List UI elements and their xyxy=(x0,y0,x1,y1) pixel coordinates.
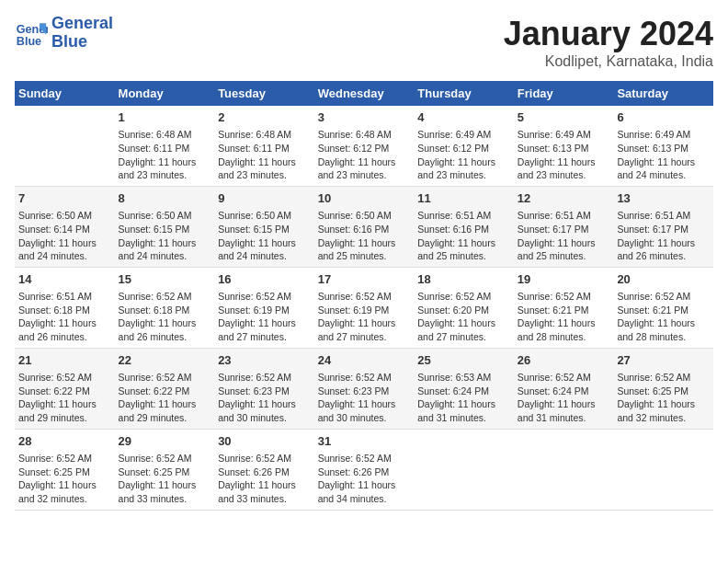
day-number: 13 xyxy=(617,190,710,207)
calendar-cell xyxy=(15,106,115,186)
calendar-cell: 8Sunrise: 6:50 AMSunset: 6:15 PMDaylight… xyxy=(115,186,215,267)
calendar-cell: 27Sunrise: 6:52 AMSunset: 6:25 PMDayligh… xyxy=(613,348,713,429)
day-number: 6 xyxy=(617,109,710,126)
cell-detail: Sunrise: 6:52 AMSunset: 6:24 PMDaylight:… xyxy=(518,371,610,425)
calendar-cell: 4Sunrise: 6:49 AMSunset: 6:12 PMDaylight… xyxy=(414,106,514,186)
day-number: 18 xyxy=(417,271,510,288)
calendar-cell: 18Sunrise: 6:52 AMSunset: 6:20 PMDayligh… xyxy=(414,267,514,348)
cell-detail: Sunrise: 6:52 AMSunset: 6:19 PMDaylight:… xyxy=(318,290,411,344)
cell-detail: Sunrise: 6:51 AMSunset: 6:18 PMDaylight:… xyxy=(18,290,111,344)
title-block: January 2024 Kodlipet, Karnataka, India xyxy=(504,15,713,70)
logo-icon: General Blue xyxy=(15,17,48,50)
logo-line2: Blue xyxy=(51,33,113,52)
calendar-cell: 1Sunrise: 6:48 AMSunset: 6:11 PMDaylight… xyxy=(115,106,215,186)
cell-detail: Sunrise: 6:52 AMSunset: 6:21 PMDaylight:… xyxy=(617,290,710,344)
calendar-cell: 21Sunrise: 6:52 AMSunset: 6:22 PMDayligh… xyxy=(15,348,115,429)
logo-line1: General xyxy=(51,15,113,33)
cell-detail: Sunrise: 6:52 AMSunset: 6:20 PMDaylight:… xyxy=(417,290,510,344)
calendar-cell: 15Sunrise: 6:52 AMSunset: 6:18 PMDayligh… xyxy=(115,267,215,348)
day-number: 16 xyxy=(218,271,311,288)
calendar-cell: 24Sunrise: 6:52 AMSunset: 6:23 PMDayligh… xyxy=(314,348,415,429)
calendar-header: SundayMondayTuesdayWednesdayThursdayFrid… xyxy=(15,81,713,106)
cell-detail: Sunrise: 6:51 AMSunset: 6:17 PMDaylight:… xyxy=(518,209,610,263)
calendar-cell: 20Sunrise: 6:52 AMSunset: 6:21 PMDayligh… xyxy=(613,267,713,348)
day-number: 28 xyxy=(18,433,111,450)
calendar-cell: 14Sunrise: 6:51 AMSunset: 6:18 PMDayligh… xyxy=(15,267,115,348)
cell-detail: Sunrise: 6:52 AMSunset: 6:22 PMDaylight:… xyxy=(18,371,111,425)
header-cell: Wednesday xyxy=(314,81,415,106)
calendar-cell: 12Sunrise: 6:51 AMSunset: 6:17 PMDayligh… xyxy=(514,186,614,267)
cell-detail: Sunrise: 6:52 AMSunset: 6:18 PMDaylight:… xyxy=(119,290,211,344)
day-number: 4 xyxy=(417,109,510,126)
calendar-body: 1Sunrise: 6:48 AMSunset: 6:11 PMDaylight… xyxy=(15,106,713,510)
calendar-cell: 26Sunrise: 6:52 AMSunset: 6:24 PMDayligh… xyxy=(514,348,614,429)
calendar-cell xyxy=(613,429,713,510)
calendar-cell: 23Sunrise: 6:52 AMSunset: 6:23 PMDayligh… xyxy=(214,348,314,429)
header-cell: Tuesday xyxy=(214,81,314,106)
cell-detail: Sunrise: 6:52 AMSunset: 6:26 PMDaylight:… xyxy=(318,452,411,506)
day-number: 20 xyxy=(617,271,710,288)
cell-detail: Sunrise: 6:52 AMSunset: 6:26 PMDaylight:… xyxy=(218,452,311,506)
day-number: 11 xyxy=(417,190,510,207)
calendar-cell: 31Sunrise: 6:52 AMSunset: 6:26 PMDayligh… xyxy=(314,429,415,510)
cell-detail: Sunrise: 6:52 AMSunset: 6:21 PMDaylight:… xyxy=(518,290,610,344)
calendar-cell: 3Sunrise: 6:48 AMSunset: 6:12 PMDaylight… xyxy=(314,106,415,186)
month-title: January 2024 xyxy=(504,15,713,53)
day-number: 17 xyxy=(318,271,411,288)
cell-detail: Sunrise: 6:50 AMSunset: 6:14 PMDaylight:… xyxy=(18,209,111,263)
day-number: 7 xyxy=(18,190,111,207)
calendar-cell: 30Sunrise: 6:52 AMSunset: 6:26 PMDayligh… xyxy=(214,429,314,510)
cell-detail: Sunrise: 6:52 AMSunset: 6:23 PMDaylight:… xyxy=(318,371,411,425)
calendar-week-row: 14Sunrise: 6:51 AMSunset: 6:18 PMDayligh… xyxy=(15,267,713,348)
day-number: 29 xyxy=(119,433,211,450)
calendar-cell: 6Sunrise: 6:49 AMSunset: 6:13 PMDaylight… xyxy=(613,106,713,186)
cell-detail: Sunrise: 6:52 AMSunset: 6:25 PMDaylight:… xyxy=(119,452,211,506)
day-number: 1 xyxy=(119,109,211,126)
header-cell: Saturday xyxy=(613,81,713,106)
day-number: 19 xyxy=(518,271,610,288)
cell-detail: Sunrise: 6:50 AMSunset: 6:15 PMDaylight:… xyxy=(218,209,311,263)
cell-detail: Sunrise: 6:51 AMSunset: 6:17 PMDaylight:… xyxy=(617,209,710,263)
calendar-cell: 11Sunrise: 6:51 AMSunset: 6:16 PMDayligh… xyxy=(414,186,514,267)
day-number: 30 xyxy=(218,433,311,450)
calendar-cell: 2Sunrise: 6:48 AMSunset: 6:11 PMDaylight… xyxy=(214,106,314,186)
day-number: 23 xyxy=(218,352,311,369)
cell-detail: Sunrise: 6:49 AMSunset: 6:12 PMDaylight:… xyxy=(417,128,510,182)
calendar-cell: 7Sunrise: 6:50 AMSunset: 6:14 PMDaylight… xyxy=(15,186,115,267)
cell-detail: Sunrise: 6:53 AMSunset: 6:24 PMDaylight:… xyxy=(417,371,510,425)
cell-detail: Sunrise: 6:52 AMSunset: 6:19 PMDaylight:… xyxy=(218,290,311,344)
day-number: 27 xyxy=(617,352,710,369)
calendar-week-row: 28Sunrise: 6:52 AMSunset: 6:25 PMDayligh… xyxy=(15,429,713,510)
cell-detail: Sunrise: 6:52 AMSunset: 6:25 PMDaylight:… xyxy=(617,371,710,425)
day-number: 31 xyxy=(318,433,411,450)
cell-detail: Sunrise: 6:48 AMSunset: 6:12 PMDaylight:… xyxy=(318,128,411,182)
day-number: 25 xyxy=(417,352,510,369)
header-cell: Thursday xyxy=(414,81,514,106)
cell-detail: Sunrise: 6:52 AMSunset: 6:22 PMDaylight:… xyxy=(119,371,211,425)
calendar-week-row: 21Sunrise: 6:52 AMSunset: 6:22 PMDayligh… xyxy=(15,348,713,429)
calendar-cell: 19Sunrise: 6:52 AMSunset: 6:21 PMDayligh… xyxy=(514,267,614,348)
page-header: General Blue General Blue January 2024 K… xyxy=(15,15,713,70)
day-number: 22 xyxy=(119,352,211,369)
calendar-cell: 5Sunrise: 6:49 AMSunset: 6:13 PMDaylight… xyxy=(514,106,614,186)
cell-detail: Sunrise: 6:48 AMSunset: 6:11 PMDaylight:… xyxy=(119,128,211,182)
logo: General Blue General Blue xyxy=(15,15,113,52)
day-number: 9 xyxy=(218,190,311,207)
calendar-cell: 29Sunrise: 6:52 AMSunset: 6:25 PMDayligh… xyxy=(115,429,215,510)
day-number: 10 xyxy=(318,190,411,207)
day-number: 2 xyxy=(218,109,311,126)
location: Kodlipet, Karnataka, India xyxy=(504,53,713,70)
calendar-table: SundayMondayTuesdayWednesdayThursdayFrid… xyxy=(15,81,713,511)
cell-detail: Sunrise: 6:49 AMSunset: 6:13 PMDaylight:… xyxy=(617,128,710,182)
day-number: 21 xyxy=(18,352,111,369)
header-row: SundayMondayTuesdayWednesdayThursdayFrid… xyxy=(15,81,713,106)
header-cell: Sunday xyxy=(15,81,115,106)
day-number: 8 xyxy=(119,190,211,207)
cell-detail: Sunrise: 6:50 AMSunset: 6:16 PMDaylight:… xyxy=(318,209,411,263)
svg-text:Blue: Blue xyxy=(17,34,41,47)
header-cell: Monday xyxy=(115,81,215,106)
calendar-cell: 22Sunrise: 6:52 AMSunset: 6:22 PMDayligh… xyxy=(115,348,215,429)
calendar-cell xyxy=(514,429,614,510)
calendar-cell: 25Sunrise: 6:53 AMSunset: 6:24 PMDayligh… xyxy=(414,348,514,429)
calendar-cell: 16Sunrise: 6:52 AMSunset: 6:19 PMDayligh… xyxy=(214,267,314,348)
